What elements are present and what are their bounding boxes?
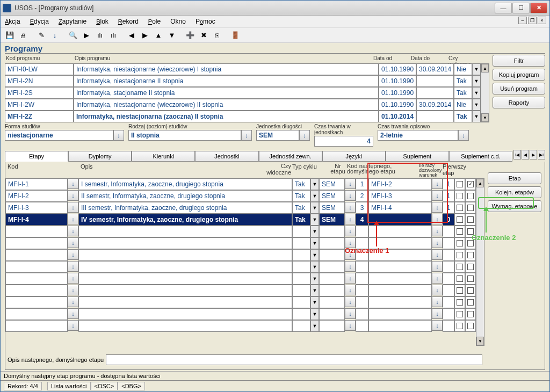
kod-lov-icon[interactable]: ↓ — [68, 202, 78, 213]
etap-row[interactable]: ↓ ▼ ↓ ↓ — [5, 285, 476, 296]
tab-jednostki[interactable]: Jednostki — [195, 151, 258, 162]
jedn-value[interactable]: SEM — [256, 130, 299, 141]
warunek-checkbox[interactable] — [457, 252, 463, 258]
mdi-close[interactable]: × — [538, 17, 546, 24]
bars-icon[interactable]: ılı — [94, 30, 106, 41]
delete-icon[interactable]: ✖ — [198, 30, 209, 41]
pierwszy-checkbox[interactable] — [467, 311, 474, 317]
tab-suplement[interactable]: Suplement — [386, 151, 449, 162]
exit-icon[interactable]: 🚪 — [229, 30, 241, 41]
kod-lov-icon[interactable]: ↓ — [68, 273, 78, 284]
czy-dd-icon[interactable]: ▼ — [310, 308, 319, 320]
nast-lov-icon[interactable]: ↓ — [432, 285, 443, 295]
etap-row[interactable]: MFI-I-4 ↓ IV semestr, Informatyka, zaocz… — [5, 214, 476, 226]
save-icon[interactable]: 💾 — [4, 30, 16, 41]
nast-lov-icon[interactable]: ↓ — [432, 320, 443, 331]
czy-dd-icon[interactable]: ▼ — [310, 190, 319, 202]
typ-lov-icon[interactable]: ↓ — [345, 190, 356, 201]
menu-rekord[interactable]: Rekord — [118, 18, 139, 25]
print-icon[interactable]: 🖨 — [17, 30, 29, 41]
warunek-checkbox[interactable] — [457, 181, 463, 187]
nast-lov-icon[interactable]: ↓ — [432, 308, 443, 319]
typ-lov-icon[interactable]: ↓ — [345, 178, 356, 189]
etapy-scrollbar[interactable]: ▲ ▼ — [476, 178, 484, 346]
menu-okno[interactable]: Okno — [170, 18, 186, 25]
etap-button[interactable]: Etap — [488, 172, 541, 184]
czy-dd-icon[interactable]: ▼ — [310, 178, 319, 190]
insert-icon[interactable]: ➕ — [184, 30, 196, 41]
etap-row[interactable]: ↓ ▼ ↓ ↓ — [5, 308, 476, 320]
kod-lov-icon[interactable]: ↓ — [68, 237, 78, 248]
kod-lov-icon[interactable]: ↓ — [68, 308, 78, 319]
warunek-checkbox[interactable] — [457, 299, 463, 306]
typ-lov-icon[interactable]: ↓ — [345, 273, 356, 284]
usuń-program-button[interactable]: Usuń program — [493, 83, 545, 95]
bars2-icon[interactable]: ılı — [107, 30, 119, 41]
pierwszy-checkbox[interactable] — [467, 323, 474, 329]
menu-pole[interactable]: Pole — [148, 18, 161, 25]
up-icon[interactable]: ▲ — [153, 30, 164, 41]
czy-dd-icon[interactable]: ▼ — [310, 285, 319, 296]
warunek-checkbox[interactable] — [457, 264, 463, 270]
czy-dropdown-icon[interactable]: ▼ — [472, 63, 481, 75]
tab-next-icon[interactable]: ▶ — [530, 150, 537, 159]
pierwszy-checkbox[interactable] — [467, 193, 474, 199]
edit-icon[interactable]: ✎ — [35, 30, 47, 41]
czasj-value[interactable]: 4 — [314, 136, 373, 147]
typ-lov-icon[interactable]: ↓ — [345, 226, 356, 236]
nast-lov-icon[interactable]: ↓ — [432, 261, 443, 272]
opis-input[interactable] — [106, 354, 482, 365]
mdi-minimize[interactable]: – — [518, 17, 527, 24]
etap-row[interactable]: MFI-I-3 ↓ III semestr, Informatyka, zaoc… — [5, 202, 476, 214]
nast-lov-icon[interactable]: ↓ — [432, 237, 443, 248]
czy-dropdown-icon[interactable]: ▼ — [472, 87, 481, 99]
czy-dd-icon[interactable]: ▼ — [310, 320, 319, 332]
nast-lov-icon[interactable]: ↓ — [432, 214, 443, 224]
program-row[interactable]: MFI-I-2N Informatyka, niestacjonarne II … — [5, 75, 481, 87]
etap-row[interactable]: ↓ ▼ ↓ ↓ — [5, 296, 476, 308]
nast-lov-icon[interactable]: ↓ — [432, 296, 443, 307]
pierwszy-checkbox[interactable] — [467, 205, 474, 211]
kod-lov-icon[interactable]: ↓ — [68, 249, 78, 260]
czy-dd-icon[interactable]: ▼ — [310, 273, 319, 285]
etap-row[interactable]: MFI-I-1 ↓ I semestr, Informatyka, zaoczn… — [5, 178, 476, 190]
execute-icon[interactable]: ▶ — [81, 30, 92, 41]
program-row[interactable]: MFI-I-2Z Informatyka, niestacjonarna (za… — [5, 111, 481, 122]
pierwszy-checkbox[interactable] — [467, 287, 474, 294]
menu-pomoc[interactable]: Pomoc — [196, 18, 215, 25]
first-icon[interactable]: ◀ — [126, 30, 138, 41]
program-row[interactable]: MFI-I0-LW Informatyka, niestacjonarne (w… — [5, 63, 481, 75]
etap-row[interactable]: ↓ ▼ ↓ ↓ — [5, 273, 476, 285]
kod-lov-icon[interactable]: ↓ — [68, 178, 78, 189]
kod-lov-icon[interactable]: ↓ — [68, 190, 78, 201]
nast-lov-icon[interactable]: ↓ — [432, 190, 443, 201]
typ-lov-icon[interactable]: ↓ — [345, 285, 356, 295]
maximize-button[interactable]: ☐ — [512, 3, 530, 13]
kopiuj-program-button[interactable]: Kopiuj program — [493, 69, 545, 81]
rodzaj-value[interactable]: II stopnia — [128, 130, 241, 141]
etap-row[interactable]: ↓ ▼ ↓ ↓ — [5, 249, 476, 261]
czy-dd-icon[interactable]: ▼ — [310, 249, 319, 261]
warunek-checkbox[interactable] — [457, 205, 463, 211]
close-button[interactable]: ✕ — [530, 3, 547, 13]
nast-lov-icon[interactable]: ↓ — [432, 226, 443, 236]
typ-lov-icon[interactable]: ↓ — [345, 261, 356, 272]
czy-dropdown-icon[interactable]: ▼ — [472, 75, 481, 87]
czy-dd-icon[interactable]: ▼ — [310, 261, 319, 273]
kod-lov-icon[interactable]: ↓ — [68, 261, 78, 272]
forma-value[interactable]: niestacjonarne — [5, 130, 113, 141]
typ-lov-icon[interactable]: ↓ — [345, 320, 356, 331]
warunek-checkbox[interactable] — [457, 311, 463, 317]
pierwszy-checkbox[interactable] — [467, 275, 474, 282]
typ-lov-icon[interactable]: ↓ — [345, 296, 356, 307]
czy-dd-icon[interactable]: ▼ — [310, 296, 319, 308]
filtr-button[interactable]: Filtr — [493, 55, 545, 67]
etap-row[interactable]: MFI-I-2 ↓ II semestr, Informatyka, zaocz… — [5, 190, 476, 202]
czy-dd-icon[interactable]: ▼ — [310, 226, 319, 237]
minimize-button[interactable]: — — [495, 3, 512, 13]
warunek-checkbox[interactable] — [457, 275, 463, 282]
forma-lov-icon[interactable]: ↓ — [113, 130, 124, 141]
menu-edycja[interactable]: Edycja — [30, 18, 49, 25]
pierwszy-checkbox[interactable] — [467, 264, 474, 270]
warunek-checkbox[interactable] — [457, 193, 463, 199]
